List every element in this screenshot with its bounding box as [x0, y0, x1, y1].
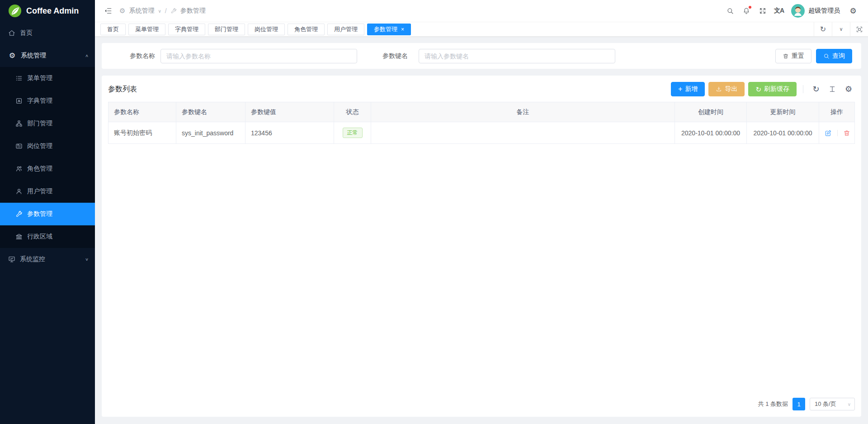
translate-icon: 文A	[774, 7, 784, 15]
col-param-value: 参数键值	[245, 102, 334, 122]
tab-menu-management[interactable]: 菜单管理	[128, 24, 165, 35]
chevron-down-icon: ∨	[158, 9, 161, 14]
tab-role-management[interactable]: 角色管理	[288, 24, 325, 35]
pagination: 共 1 条数据 1 10 条/页 ∨	[108, 392, 855, 410]
refresh-icon: ↻	[820, 25, 826, 33]
gear-icon: ⚙	[8, 52, 16, 59]
breadcrumb-current: 参数管理	[180, 7, 206, 15]
cell-updated-time: 2020-10-01 00:00:00	[747, 122, 819, 144]
toolbar-actions: + 新增 导出 ↻ 刷新缓存 ↻	[671, 82, 855, 96]
tab-bar-actions: ↻ ∨	[814, 22, 868, 36]
gear-icon: ⚙	[119, 7, 125, 15]
param-table: 参数名称 参数键名 参数键值 状态 备注 创建时间 更新时间 操作 账号初始密码…	[108, 102, 855, 144]
search-icon	[823, 53, 830, 59]
sidebar-item-dict-management[interactable]: 字典管理	[0, 90, 95, 112]
user-menu[interactable]: 超级管理员	[791, 4, 840, 18]
plus-icon: +	[678, 86, 682, 93]
notifications-button[interactable]	[739, 3, 754, 19]
col-actions: 操作	[819, 102, 855, 122]
sidebar-item-system-monitor[interactable]: 系统监控 ∨	[0, 248, 95, 271]
gear-icon: ⚙	[849, 6, 856, 16]
close-icon[interactable]: ×	[401, 27, 404, 32]
sidebar-item-role-management[interactable]: 角色管理	[0, 157, 95, 180]
table-header-row: 参数名称 参数键名 参数键值 状态 备注 创建时间 更新时间 操作	[108, 102, 855, 122]
pagination-total: 共 1 条数据	[758, 400, 788, 408]
param-name-label: 参数名称	[111, 52, 155, 60]
wrench-icon	[15, 210, 23, 218]
sidebar-menu: 首页 ⚙ 系统管理 ∧ 菜单管理 字典管理 部门管理 岗位管理	[0, 22, 95, 424]
tab-bar: 首页 菜单管理 字典管理 部门管理 岗位管理 角色管理 用户管理 参数管理 × …	[95, 22, 868, 37]
refresh-page-button[interactable]: ↻	[814, 22, 832, 36]
edit-icon[interactable]	[825, 129, 832, 137]
search-button[interactable]	[722, 3, 738, 19]
sidebar-item-system-management[interactable]: ⚙ 系统管理 ∧	[0, 44, 95, 67]
col-param-name: 参数名称	[108, 102, 176, 122]
sidebar-item-menu-management[interactable]: 菜单管理	[0, 67, 95, 90]
post-icon	[15, 143, 23, 150]
col-remark: 备注	[371, 102, 675, 122]
sidebar-collapse-button[interactable]	[100, 3, 116, 19]
refresh-icon: ↻	[755, 86, 761, 93]
app-title: Coffee Admin	[26, 6, 79, 16]
refresh-cache-button[interactable]: ↻ 刷新缓存	[748, 82, 797, 96]
refresh-icon: ↻	[812, 84, 819, 94]
tab-param-management[interactable]: 参数管理 ×	[367, 24, 411, 35]
tab-dept-management[interactable]: 部门管理	[208, 24, 245, 35]
header-actions: 文A 超级管理员 ⚙	[722, 3, 861, 19]
main-area: ⚙ 系统管理 ∨ / 参数管理 文A	[95, 0, 868, 424]
param-key-input[interactable]	[419, 49, 615, 63]
sidebar-item-dept-management[interactable]: 部门管理	[0, 112, 95, 135]
breadcrumb: ⚙ 系统管理 ∨ / 参数管理	[119, 7, 206, 15]
download-icon	[716, 86, 722, 92]
refresh-table-button[interactable]: ↻	[810, 83, 822, 95]
sidebar-item-admin-region[interactable]: 行政区域	[0, 225, 95, 248]
tab-home[interactable]: 首页	[100, 24, 126, 35]
sidebar-item-post-management[interactable]: 岗位管理	[0, 135, 95, 157]
fullscreen-button[interactable]	[755, 3, 770, 19]
text-height-icon	[829, 86, 836, 93]
cell-status: 正常	[334, 122, 371, 144]
user-name: 超级管理员	[808, 7, 840, 15]
tab-post-management[interactable]: 岗位管理	[248, 24, 285, 35]
param-name-input[interactable]	[160, 49, 357, 63]
sidebar-item-home[interactable]: 首页	[0, 22, 95, 44]
query-button[interactable]: 查询	[816, 49, 852, 63]
tab-options-button[interactable]: ∨	[832, 22, 850, 36]
breadcrumb-parent[interactable]: 系统管理	[129, 7, 154, 15]
tab-dict-management[interactable]: 字典管理	[168, 24, 205, 35]
settings-button[interactable]: ⚙	[845, 3, 861, 19]
add-button[interactable]: + 新增	[671, 82, 705, 96]
status-badge: 正常	[343, 128, 363, 138]
sidebar-submenu-system: 菜单管理 字典管理 部门管理 岗位管理 角色管理 用户管理	[0, 67, 95, 248]
table-toolbar: 参数列表 + 新增 导出 ↻ 刷新缓存	[108, 81, 855, 97]
card-title: 参数列表	[108, 85, 137, 94]
app-logo[interactable]: Coffee Admin	[0, 0, 95, 22]
content-fullscreen-button[interactable]	[850, 22, 868, 36]
sidebar-item-param-management[interactable]: 参数管理	[0, 203, 95, 225]
user-icon	[15, 188, 23, 195]
action-divider	[837, 130, 838, 136]
cell-remark	[371, 122, 675, 144]
dictionary-icon	[15, 97, 23, 105]
delete-icon[interactable]	[843, 129, 850, 137]
cell-param-key: sys_init_password	[176, 122, 245, 144]
search-form-card: 参数名称 参数键名 重置 查询	[102, 43, 861, 69]
pagination-page-1[interactable]: 1	[793, 398, 805, 410]
wrench-icon	[170, 8, 177, 14]
page-content: 参数名称 参数键名 重置 查询 参数列表 +	[95, 37, 868, 424]
notification-dot	[749, 6, 751, 9]
department-icon	[15, 120, 23, 127]
tab-user-management[interactable]: 用户管理	[327, 24, 364, 35]
row-density-button[interactable]	[826, 83, 839, 95]
top-header: ⚙ 系统管理 ∨ / 参数管理 文A	[95, 0, 868, 22]
breadcrumb-separator: /	[165, 7, 167, 14]
chevron-down-icon: ∨	[839, 26, 843, 32]
column-settings-button[interactable]: ⚙	[842, 83, 855, 95]
cell-actions	[819, 122, 855, 144]
language-button[interactable]: 文A	[771, 3, 787, 19]
reset-button[interactable]: 重置	[775, 49, 811, 63]
export-button[interactable]: 导出	[708, 82, 745, 96]
sidebar-item-user-management[interactable]: 用户管理	[0, 180, 95, 203]
page-size-select[interactable]: 10 条/页 ∨	[810, 398, 855, 410]
sidebar: Coffee Admin 首页 ⚙ 系统管理 ∧ 菜单管理 字典管理 部门管理	[0, 0, 95, 424]
